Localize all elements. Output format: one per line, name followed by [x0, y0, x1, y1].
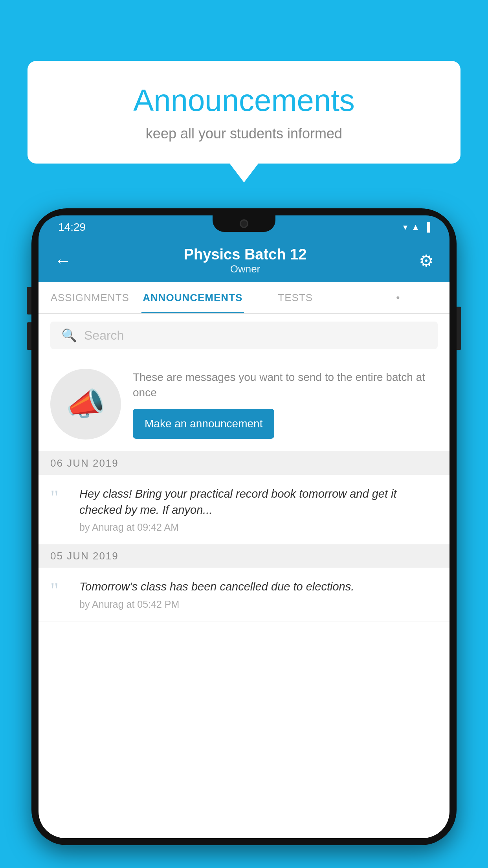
volume-down-button — [27, 322, 31, 350]
announcement-text-1: Hey class! Bring your practical record b… — [79, 486, 438, 533]
announcement-message-1: Hey class! Bring your practical record b… — [79, 486, 438, 518]
speech-bubble-title: Announcements — [51, 83, 437, 118]
search-input[interactable]: Search — [84, 328, 124, 343]
tab-announcements[interactable]: ANNOUNCEMENTS — [141, 282, 244, 313]
header-subtitle: Owner — [184, 263, 307, 275]
app-header: ← Physics Batch 12 Owner ⚙ — [39, 239, 449, 282]
battery-icon: ▐ — [424, 222, 430, 232]
megaphone-icon: 📣 — [66, 386, 105, 423]
status-icons: ▾ ▲ ▐ — [403, 222, 430, 232]
header-title: Physics Batch 12 — [184, 246, 307, 263]
signal-icon: ▲ — [411, 222, 420, 232]
phone-camera — [240, 219, 248, 228]
quote-icon-2: " — [50, 580, 70, 601]
announcement-prompt: 📣 These are messages you want to send to… — [39, 357, 449, 452]
tab-tests[interactable]: TESTS — [244, 282, 347, 313]
make-announcement-button[interactable]: Make an announcement — [133, 409, 274, 439]
announcement-icon-circle: 📣 — [50, 369, 121, 440]
date-separator-2: 05 JUN 2019 — [39, 544, 449, 568]
announcement-item-2: " Tomorrow's class has been cancelled du… — [39, 568, 449, 622]
phone-content: 🔍 Search 📣 These are messages you want t… — [39, 314, 449, 838]
speech-bubble-container: Announcements keep all your students inf… — [28, 61, 460, 164]
wifi-icon: ▾ — [403, 222, 407, 232]
status-time: 14:29 — [58, 221, 86, 234]
tab-more[interactable]: • — [347, 282, 450, 313]
phone-wrapper: 14:29 ▾ ▲ ▐ ← Physics Batch 12 Owner ⚙ A… — [31, 208, 457, 868]
announcement-meta-1: by Anurag at 09:42 AM — [79, 522, 438, 533]
phone-outer: 14:29 ▾ ▲ ▐ ← Physics Batch 12 Owner ⚙ A… — [31, 208, 457, 845]
announcement-description: These are messages you want to send to t… — [133, 370, 438, 400]
tab-assignments[interactable]: ASSIGNMENTS — [39, 282, 141, 313]
announcement-message-2: Tomorrow's class has been cancelled due … — [79, 579, 438, 595]
power-button — [457, 307, 461, 350]
announcement-meta-2: by Anurag at 05:42 PM — [79, 599, 438, 610]
search-container: 🔍 Search — [39, 314, 449, 357]
date-separator-1: 06 JUN 2019 — [39, 452, 449, 475]
announcement-item-1: " Hey class! Bring your practical record… — [39, 475, 449, 544]
tabs-bar: ASSIGNMENTS ANNOUNCEMENTS TESTS • — [39, 282, 449, 314]
search-bar[interactable]: 🔍 Search — [50, 322, 438, 349]
announcement-text-2: Tomorrow's class has been cancelled due … — [79, 579, 438, 610]
volume-up-button — [27, 287, 31, 314]
phone-notch — [213, 215, 275, 232]
status-bar: 14:29 ▾ ▲ ▐ — [39, 215, 449, 239]
speech-bubble: Announcements keep all your students inf… — [28, 61, 460, 164]
header-center: Physics Batch 12 Owner — [184, 246, 307, 275]
announcement-right: These are messages you want to send to t… — [133, 370, 438, 439]
back-button[interactable]: ← — [54, 251, 72, 270]
settings-button[interactable]: ⚙ — [419, 251, 434, 270]
speech-bubble-subtitle: keep all your students informed — [51, 125, 437, 142]
quote-icon-1: " — [50, 487, 70, 508]
search-icon: 🔍 — [61, 328, 77, 343]
